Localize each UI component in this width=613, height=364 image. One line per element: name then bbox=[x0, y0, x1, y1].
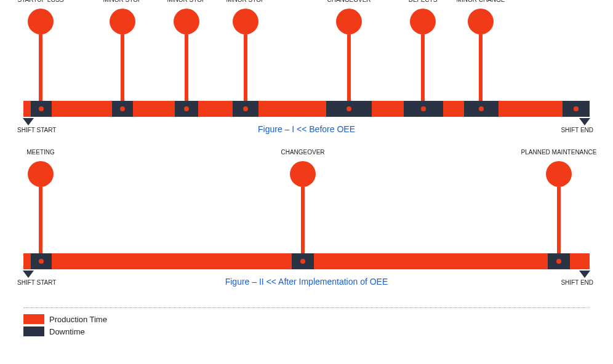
event-pin-head-icon bbox=[110, 9, 135, 34]
legend-label-downtime: Downtime bbox=[49, 327, 85, 336]
event-pin: PLANNED MAINTENANCE bbox=[557, 187, 561, 253]
event-label: CHANGEOVER bbox=[327, 0, 371, 3]
downtime-segment bbox=[326, 101, 372, 117]
event-label: MINOR STOP bbox=[226, 0, 265, 3]
production-segment bbox=[314, 253, 548, 269]
event-pin: MINOR STOP bbox=[244, 34, 247, 101]
production-segment bbox=[198, 101, 233, 117]
timeline-after-oee: SHIFT START SHIFT END Figure – II << Aft… bbox=[23, 253, 590, 269]
event-pin: MEETING bbox=[39, 187, 42, 253]
event-pin: MINOR STOP bbox=[185, 34, 188, 101]
event-label: CHANGEOVER bbox=[281, 149, 324, 156]
shift-end-label: SHIFT END bbox=[561, 279, 593, 286]
shift-start-marker-icon bbox=[23, 271, 34, 278]
event-label: DEFECTS bbox=[409, 0, 438, 3]
event-pin-head-icon bbox=[290, 161, 316, 187]
event-pin: DEFECTS bbox=[421, 34, 425, 101]
event-label: MINOR STOP bbox=[103, 0, 142, 3]
event-pin-head-icon bbox=[546, 161, 572, 187]
event-label: MINOR STOP bbox=[167, 0, 206, 3]
downtime-segment bbox=[112, 101, 133, 117]
event-pin: MINOR STOP bbox=[121, 34, 124, 101]
downtime-segment bbox=[233, 101, 258, 117]
production-segment bbox=[52, 253, 292, 269]
downtime-segment bbox=[292, 253, 314, 269]
legend: Production Time Downtime Quality book Pr… bbox=[23, 307, 590, 339]
production-segment bbox=[23, 101, 31, 117]
shift-start-label: SHIFT START bbox=[17, 127, 56, 133]
event-pin-head-icon bbox=[174, 9, 199, 34]
timeline-bar-2 bbox=[23, 253, 590, 269]
production-segment bbox=[372, 101, 404, 117]
downtime-segment bbox=[563, 101, 590, 117]
production-segment bbox=[499, 101, 563, 117]
shift-start-marker-icon bbox=[23, 118, 34, 125]
figure-1-caption: Figure – I << Before OEE bbox=[258, 124, 355, 134]
event-pin: MINOR CHANGE bbox=[479, 34, 483, 101]
downtime-segment bbox=[175, 101, 198, 117]
timeline-before-oee: SHIFT START SHIFT END Figure – I << Befo… bbox=[23, 101, 590, 117]
downtime-segment bbox=[404, 101, 443, 117]
shift-end-marker-icon bbox=[579, 118, 590, 125]
shift-end-marker-icon bbox=[579, 271, 590, 278]
legend-label-production: Production Time bbox=[49, 315, 107, 324]
production-shift-diagram: SHIFT START SHIFT END Figure – I << Befo… bbox=[0, 0, 613, 364]
event-pin-head-icon bbox=[28, 161, 54, 187]
shift-end-label: SHIFT END bbox=[561, 127, 593, 133]
event-pin: CHANGEOVER bbox=[301, 187, 305, 253]
event-pin-head-icon bbox=[233, 9, 258, 34]
production-segment bbox=[570, 253, 590, 269]
event-pin-head-icon bbox=[468, 9, 494, 34]
timeline-bar-1 bbox=[23, 101, 590, 117]
production-segment bbox=[443, 101, 464, 117]
event-pin-head-icon bbox=[336, 9, 362, 34]
production-segment bbox=[258, 101, 326, 117]
downtime-segment bbox=[464, 101, 499, 117]
legend-item-downtime: Downtime bbox=[23, 326, 590, 336]
event-label: PLANNED MAINTENANCE bbox=[521, 149, 597, 156]
production-segment bbox=[133, 101, 175, 117]
legend-item-production: Production Time bbox=[23, 314, 590, 324]
downtime-segment bbox=[548, 253, 570, 269]
event-label: STARTUP LOSS bbox=[17, 0, 63, 3]
figure-2-caption: Figure – II << After Implementation of O… bbox=[225, 277, 388, 287]
downtime-segment bbox=[31, 101, 52, 117]
legend-swatch-production bbox=[23, 314, 44, 324]
production-segment bbox=[23, 253, 31, 269]
downtime-segment bbox=[31, 253, 52, 269]
event-pin: STARTUP LOSS bbox=[39, 34, 42, 101]
event-pin: CHANGEOVER bbox=[347, 34, 351, 101]
event-label: MINOR CHANGE bbox=[457, 0, 505, 3]
legend-swatch-downtime bbox=[23, 326, 44, 336]
shift-start-label: SHIFT START bbox=[17, 279, 56, 286]
event-pin-head-icon bbox=[28, 9, 54, 34]
event-pin-head-icon bbox=[410, 9, 436, 34]
production-segment bbox=[52, 101, 112, 117]
event-label: MEETING bbox=[26, 149, 55, 156]
